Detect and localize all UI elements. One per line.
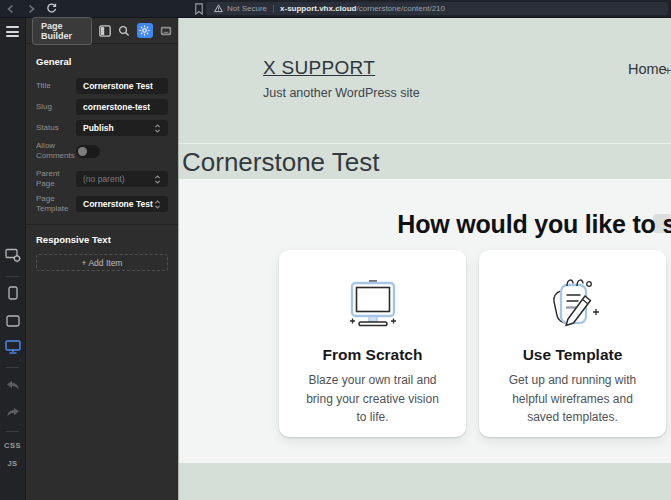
strip-divider xyxy=(6,431,19,432)
monitor-icon xyxy=(279,274,466,338)
site-tagline: Just another WordPress site xyxy=(263,86,420,100)
app-frame: CSS JS Page Builder xyxy=(0,18,671,500)
add-item-button[interactable]: + Add Item xyxy=(36,254,168,271)
card-description: Get up and running with helpful wirefram… xyxy=(479,371,666,427)
strip-divider xyxy=(6,367,19,368)
title-field-label: Title xyxy=(36,81,76,91)
warning-icon xyxy=(214,4,223,13)
status-select[interactable]: Publish xyxy=(76,120,168,136)
back-icon[interactable] xyxy=(4,2,18,16)
device-settings-icon[interactable] xyxy=(5,248,21,267)
menu-icon[interactable] xyxy=(6,26,19,40)
toggle-knob xyxy=(78,147,87,156)
undo-icon[interactable] xyxy=(6,377,20,395)
address-bar[interactable]: Not Secure x-support.vhx.cloud /cornerst… xyxy=(206,2,668,15)
responsive-text-section-label: Responsive Text xyxy=(36,234,168,245)
allow-comments-label: Allow Comments xyxy=(36,141,76,161)
section-divider xyxy=(26,224,178,225)
chevron-updown-icon xyxy=(154,124,161,133)
start-cards: From Scratch Blaze your own trail and br… xyxy=(279,250,666,437)
page-builder-button[interactable]: Page Builder xyxy=(32,17,92,45)
clipboard-pencil-icon xyxy=(479,274,666,338)
page-template-label: Page Template xyxy=(36,194,76,214)
search-icon[interactable] xyxy=(118,25,130,37)
parent-page-label: Parent Page xyxy=(36,169,76,189)
title-input[interactable]: Cornerstone Test xyxy=(76,78,168,94)
start-heading-wrap: How would you like to start? xyxy=(179,210,671,239)
browser-toolbar: Not Secure x-support.vhx.cloud /cornerst… xyxy=(0,0,671,18)
site-header: X SUPPORT Just another WordPress site Ho… xyxy=(179,18,671,143)
card-description: Blaze your own trail and bring your crea… xyxy=(279,371,466,427)
left-icon-strip: CSS JS xyxy=(0,18,25,500)
preview-viewport: X SUPPORT Just another WordPress site Ho… xyxy=(178,18,671,500)
keyboard-icon[interactable] xyxy=(160,26,172,36)
slug-input[interactable]: cornerstone-test xyxy=(76,99,168,115)
bookmark-icon[interactable] xyxy=(192,2,206,16)
chevron-updown-icon xyxy=(154,200,161,209)
nav-more-link[interactable]: + xyxy=(664,63,671,78)
nav-home-link[interactable]: Home xyxy=(628,61,667,77)
use-template-card[interactable]: Use Template Get up and running with hel… xyxy=(479,250,666,437)
site-footer xyxy=(179,463,671,500)
builder-sidebar: Page Builder xyxy=(25,18,178,500)
outline-icon[interactable] xyxy=(99,25,111,37)
redo-icon[interactable] xyxy=(6,404,20,422)
allow-comments-toggle[interactable] xyxy=(76,145,100,158)
gear-icon xyxy=(139,25,150,36)
site-title-link[interactable]: X SUPPORT xyxy=(263,57,375,79)
page-title: Cornerstone Test xyxy=(179,144,671,180)
js-editor-button[interactable]: JS xyxy=(7,459,17,468)
card-title: From Scratch xyxy=(279,346,466,364)
status-field-label: Status xyxy=(36,123,76,133)
start-heading: How would you like to start? xyxy=(397,210,671,238)
security-label: Not Secure xyxy=(227,4,267,13)
url-path: /cornerstone/content/210 xyxy=(356,4,445,13)
tablet-preview-icon[interactable] xyxy=(6,313,20,331)
phone-preview-icon[interactable] xyxy=(8,286,18,304)
url-host: x-support.vhx.cloud xyxy=(280,4,356,13)
forward-icon[interactable] xyxy=(24,2,38,16)
parent-page-select[interactable]: (no parent) xyxy=(76,171,168,187)
card-title: Use Template xyxy=(479,346,666,364)
reload-icon[interactable] xyxy=(44,2,58,16)
css-editor-button[interactable]: CSS xyxy=(4,441,21,450)
general-section-label: General xyxy=(36,56,168,67)
desktop-preview-icon[interactable] xyxy=(5,340,21,358)
slug-field-label: Slug xyxy=(36,102,76,112)
address-divider xyxy=(273,5,274,13)
page-template-select[interactable]: Cornerstone Test xyxy=(76,196,168,212)
chevron-updown-icon xyxy=(154,175,161,184)
strip-divider xyxy=(6,276,19,277)
page-title-band: Cornerstone Test xyxy=(179,143,671,179)
settings-panel: General Title Cornerstone Test Slug corn… xyxy=(26,44,178,279)
builder-toolbar: Page Builder xyxy=(26,18,178,44)
settings-tab-active[interactable] xyxy=(137,23,153,38)
from-scratch-card[interactable]: From Scratch Blaze your own trail and br… xyxy=(279,250,466,437)
